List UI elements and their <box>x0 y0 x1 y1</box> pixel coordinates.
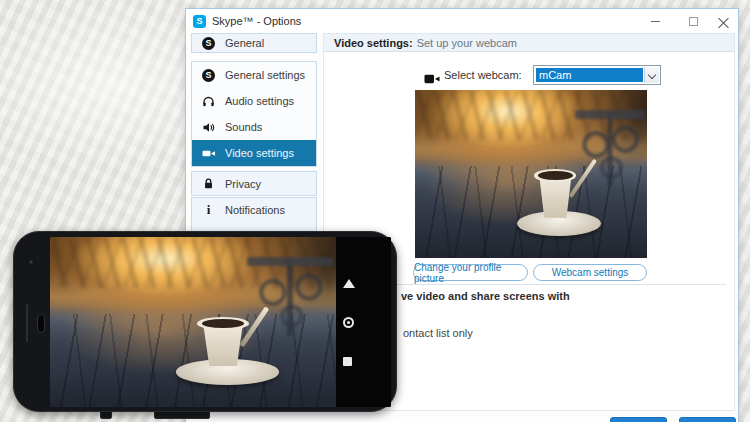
sidebar-item-label: Audio settings <box>225 95 294 107</box>
webcam-icon <box>424 70 440 88</box>
chevron-down-icon <box>648 71 656 79</box>
select-webcam-label: Select webcam: <box>444 68 522 83</box>
recents-square-icon[interactable] <box>343 357 352 366</box>
contact-list-only-option[interactable]: ontact list only <box>403 327 473 339</box>
webcam-dropdown[interactable]: mCam <box>533 65 661 85</box>
webcam-dropdown-value: mCam <box>536 68 643 82</box>
sidebar-group-general: S General <box>191 33 317 53</box>
minimize-icon <box>651 21 660 22</box>
window-title: Skype™ - Options <box>212 15 301 27</box>
webcam-preview-photo <box>415 90 647 258</box>
back-triangle-icon[interactable] <box>343 279 355 288</box>
maximize-button[interactable] <box>680 9 706 33</box>
sidebar-group-privacy: Privacy <box>191 171 317 196</box>
section-divider <box>340 284 726 285</box>
lock-icon <box>201 177 216 190</box>
skype-logo-icon: S <box>193 15 206 28</box>
bottom-button-left[interactable] <box>610 417 667 422</box>
sidebar-item-video-settings[interactable]: Video settings <box>192 140 316 166</box>
change-profile-picture-button[interactable]: Change your profile picture <box>413 264 528 281</box>
phone-overlay <box>13 231 397 412</box>
coffee-surface <box>538 171 573 180</box>
sidebar-item-general[interactable]: S General <box>192 34 316 52</box>
sidebar-item-label: Notifications <box>225 204 285 216</box>
android-nav-bar <box>336 237 391 407</box>
title-bar: S Skype™ - Options <box>186 9 738 33</box>
minimize-button[interactable] <box>642 9 668 33</box>
speaker-icon <box>201 121 216 134</box>
sidebar-item-label: Sounds <box>225 121 262 133</box>
phone-camera-photo <box>50 237 336 407</box>
skype-s-icon: S <box>201 37 216 50</box>
panel-header: Video settings: Set up your webcam <box>324 34 734 52</box>
phone-earpiece <box>37 314 45 333</box>
sidebar-item-general-settings[interactable]: S General settings <box>192 62 316 88</box>
video-camera-icon <box>201 147 216 160</box>
phone-speaker-grille <box>26 304 28 342</box>
phone-front-camera <box>28 259 34 265</box>
info-icon: i <box>201 202 216 218</box>
sidebar-item-label: General settings <box>225 69 305 81</box>
maximize-icon <box>689 17 698 26</box>
sidebar-item-notifications[interactable]: i Notifications <box>192 198 316 222</box>
sidebar-item-label: Video settings <box>225 147 294 159</box>
sidebar-group-general-items: S General settings Audio settings Sounds… <box>191 61 317 167</box>
sidebar-item-sounds[interactable]: Sounds <box>192 114 316 140</box>
panel-subtitle: Set up your webcam <box>417 37 517 49</box>
home-circle-icon[interactable] <box>343 317 354 328</box>
sidebar-item-audio-settings[interactable]: Audio settings <box>192 88 316 114</box>
bottom-button-right[interactable] <box>679 417 736 422</box>
headphones-icon <box>201 95 216 108</box>
sidebar-item-privacy[interactable]: Privacy <box>192 172 316 195</box>
webcam-settings-button[interactable]: Webcam settings <box>533 264 647 281</box>
skype-s-icon: S <box>201 69 216 82</box>
sidebar-item-label: Privacy <box>225 178 261 190</box>
sidebar-item-label: General <box>225 37 264 49</box>
share-section-heading: ve video and share screens with <box>401 290 570 302</box>
dropdown-arrow-button[interactable] <box>644 67 659 83</box>
panel-title: Video settings: <box>334 37 413 49</box>
phone-screen <box>50 237 391 407</box>
close-icon <box>718 16 729 27</box>
close-button[interactable] <box>710 9 736 33</box>
railing-silhouette <box>247 257 333 335</box>
